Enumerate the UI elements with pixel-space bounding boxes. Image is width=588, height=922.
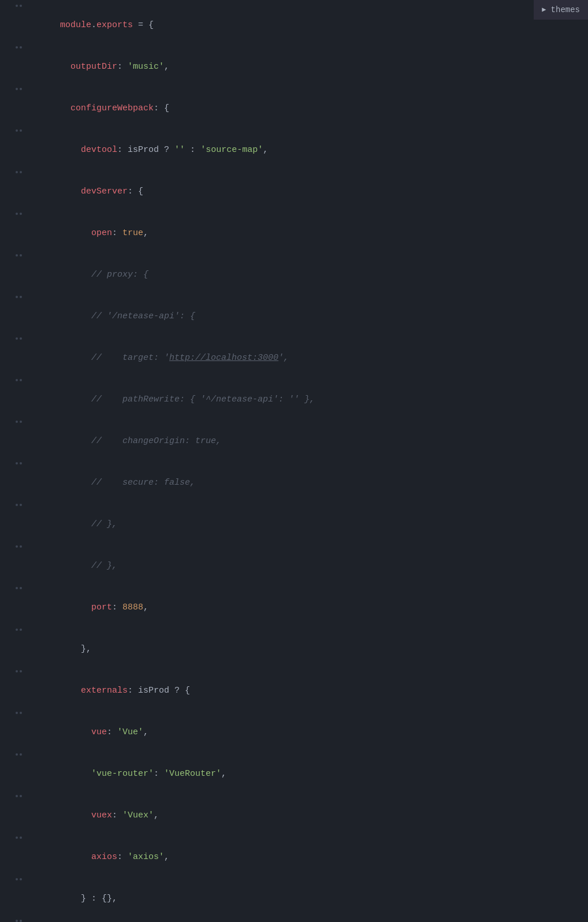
token: module <box>60 20 91 30</box>
dot <box>16 213 18 215</box>
gutter <box>5 670 22 672</box>
code-content: // }, <box>29 545 579 587</box>
code-line: vuex: 'Vuex', <box>0 795 588 837</box>
dot <box>16 545 18 548</box>
gutter <box>5 296 22 298</box>
code-content: }, <box>29 629 579 670</box>
dot <box>20 421 22 423</box>
code-line: // proxy: { <box>0 254 588 296</box>
gutter <box>5 837 22 839</box>
code-content: outputDir: 'music', <box>29 46 579 88</box>
dot <box>16 795 18 797</box>
dot <box>20 129 22 132</box>
code-line: open: true, <box>0 213 588 254</box>
code-content: axios: 'axios', <box>29 837 579 878</box>
code-content: externals: isProd ? { <box>29 670 579 712</box>
dot <box>16 5 18 7</box>
gutter <box>5 171 22 173</box>
code-content: // secure: false, <box>29 462 579 504</box>
dot <box>16 296 18 298</box>
code-line: // }, <box>0 545 588 587</box>
code-content: plugins: [ <box>29 920 579 922</box>
code-container: module.exports = { outputDir: 'music', c… <box>0 0 588 922</box>
dot <box>20 795 22 797</box>
code-line: // changeOrigin: true, <box>0 421 588 462</box>
dot <box>16 46 18 49</box>
dot <box>20 587 22 589</box>
dot <box>16 462 18 464</box>
dot <box>20 504 22 506</box>
gutter <box>5 213 22 215</box>
code-content: 'vue-router': 'VueRouter', <box>29 753 579 795</box>
gutter <box>5 46 22 49</box>
themes-label: themes <box>551 3 580 16</box>
dot <box>20 379 22 381</box>
dot <box>16 837 18 839</box>
code-content: // }, <box>29 504 579 545</box>
gutter <box>5 129 22 132</box>
gutter <box>5 587 22 589</box>
dot <box>16 421 18 423</box>
code-content: configureWebpack: { <box>29 88 579 129</box>
dot <box>20 213 22 215</box>
dot <box>16 379 18 381</box>
dot <box>16 337 18 340</box>
dot <box>20 337 22 340</box>
code-content: vuex: 'Vuex', <box>29 795 579 837</box>
dot <box>20 753 22 756</box>
code-content: open: true, <box>29 213 579 254</box>
code-line: port: 8888, <box>0 587 588 629</box>
gutter <box>5 878 22 880</box>
code-line: // pathRewrite: { '^/netease-api': '' }, <box>0 379 588 421</box>
code-line: configureWebpack: { <box>0 88 588 129</box>
code-line: 'vue-router': 'VueRouter', <box>0 753 588 795</box>
dot <box>16 587 18 589</box>
dot <box>16 504 18 506</box>
code-line: }, <box>0 629 588 670</box>
code-line: outputDir: 'music', <box>0 46 588 88</box>
code-content: vue: 'Vue', <box>29 712 579 753</box>
gutter <box>5 5 22 7</box>
dot <box>16 88 18 90</box>
code-content: devServer: { <box>29 171 579 213</box>
code-content: port: 8888, <box>29 587 579 629</box>
code-line: // }, <box>0 504 588 545</box>
code-content: // target: 'http://localhost:3000', <box>29 337 579 379</box>
gutter <box>5 254 22 256</box>
code-content: devtool: isProd ? '' : 'source-map', <box>29 129 579 171</box>
code-line: devServer: { <box>0 171 588 213</box>
gutter <box>5 629 22 631</box>
dot <box>20 920 22 922</box>
dot <box>20 254 22 256</box>
code-content: // pathRewrite: { '^/netease-api': '' }, <box>29 379 579 421</box>
dot <box>20 5 22 7</box>
dot <box>16 920 18 922</box>
dot <box>20 712 22 714</box>
code-line: externals: isProd ? { <box>0 670 588 712</box>
gutter <box>5 337 22 340</box>
dot <box>16 129 18 132</box>
dot <box>16 753 18 756</box>
dot <box>20 296 22 298</box>
dot <box>16 171 18 173</box>
dot <box>20 837 22 839</box>
gutter <box>5 712 22 714</box>
dot <box>16 878 18 880</box>
gutter <box>5 504 22 506</box>
play-icon: ▶ <box>542 5 546 16</box>
code-content: // '/netease-api': { <box>29 296 579 337</box>
gutter <box>5 462 22 464</box>
dot <box>16 670 18 672</box>
dot <box>20 171 22 173</box>
gutter <box>5 421 22 423</box>
code-content: module.exports = { <box>29 5 579 46</box>
code-content: // proxy: { <box>29 254 579 296</box>
gutter <box>5 795 22 797</box>
gutter <box>5 753 22 756</box>
dot <box>16 254 18 256</box>
dot <box>20 46 22 49</box>
dot <box>20 629 22 631</box>
dot <box>20 88 22 90</box>
dot <box>16 629 18 631</box>
dot <box>20 462 22 464</box>
